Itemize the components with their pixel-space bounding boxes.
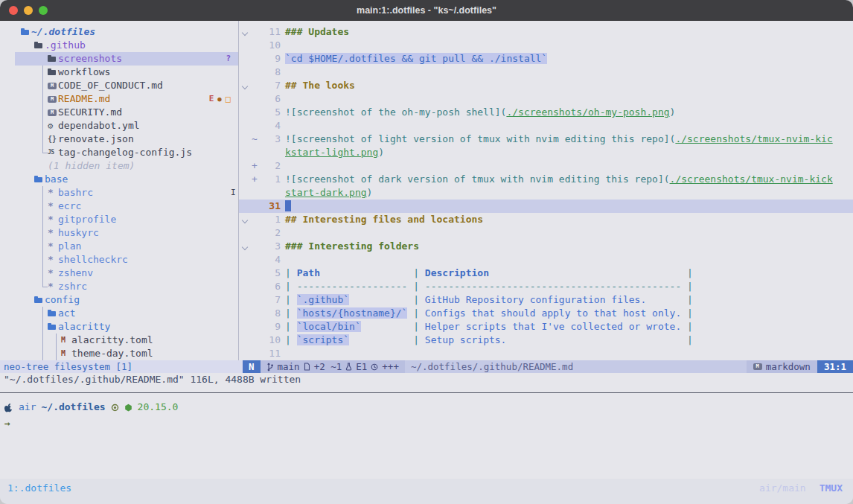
updates-indicator: +++ <box>382 360 399 373</box>
md-icon <box>48 106 58 119</box>
window-title: main:1:.dotfiles - "ks~/.dotfiles" <box>357 5 496 16</box>
cwd-label: ~/.dotfiles <box>41 399 105 415</box>
tree-item-code-of-conduct-md[interactable]: CODE_OF_CONDUCT.md <box>15 79 238 92</box>
tree-item-config[interactable]: config <box>15 293 238 307</box>
fold-column <box>239 226 252 240</box>
tree-item-dotfiles[interactable]: ~/.dotfiles <box>15 25 238 39</box>
editor-line[interactable]: 5![screenshot of the oh-my-posh shell](.… <box>239 106 853 119</box>
tree-item-zshenv[interactable]: zshenv <box>15 267 238 280</box>
traffic-lights <box>9 6 48 15</box>
gitsign-column <box>252 200 261 213</box>
editor-line[interactable]: kstart-light.png) <box>239 146 853 159</box>
gitsign-column <box>252 186 261 200</box>
fold-chevron-icon[interactable] <box>242 244 248 250</box>
tree-item-tag-changelog-config-js[interactable]: tag-changelog-config.js <box>15 146 238 159</box>
tree-item-github[interactable]: .github <box>15 39 238 52</box>
tree-item-security-md[interactable]: SECURITY.md <box>15 106 238 119</box>
editor-line[interactable]: 7## The looks <box>239 79 853 92</box>
editor-line[interactable]: ~3![screenshot of light version of tmux … <box>239 133 853 146</box>
fold-chevron-icon[interactable] <box>242 30 248 36</box>
tree-item-readme-md[interactable]: README.mdE●□ <box>15 92 238 106</box>
editor-line[interactable]: 3### Interesting folders <box>239 240 853 253</box>
editor-line[interactable]: 8 <box>239 66 853 79</box>
tmux-mode-label: TMUX <box>820 482 843 494</box>
tmux-window-label[interactable]: 1:.dotfiles <box>7 482 71 494</box>
fold-column <box>239 79 252 92</box>
tree-item-renovate-json[interactable]: renovate.json <box>15 133 238 146</box>
line-text <box>285 39 853 52</box>
line-number: 31 <box>261 200 281 213</box>
tree-item-shellcheckrc[interactable]: shellcheckrc <box>15 253 238 267</box>
editor-line[interactable]: 5| Path | Description | <box>239 267 853 280</box>
editor-line[interactable]: start-dark.png) <box>239 186 853 200</box>
tree-item-screenshots[interactable]: screenshots? <box>15 52 238 66</box>
line-number: 5 <box>261 106 281 119</box>
star-icon <box>48 280 58 293</box>
tmux-pane-border[interactable] <box>0 392 853 393</box>
tree-item-label: tag-changelog-config.js <box>58 146 192 159</box>
tree-item-label: alacritty <box>58 320 110 334</box>
editor-line-current[interactable]: 31 <box>239 200 853 213</box>
tree-item-label: ~/.dotfiles <box>31 25 95 39</box>
fold-column <box>239 240 252 253</box>
fold-column <box>239 92 252 106</box>
terminal-window: main:1:.dotfiles - "ks~/.dotfiles" ~/.do… <box>0 0 853 504</box>
line-text <box>285 226 853 240</box>
line-number: 7 <box>261 79 281 92</box>
tree-item-workflows[interactable]: workflows <box>15 66 238 79</box>
tree-item-act[interactable]: act <box>15 307 238 320</box>
editor-line[interactable]: 8| `hosts/{hostname}/` | Configs that sh… <box>239 307 853 320</box>
fold-chevron-icon[interactable] <box>242 217 248 223</box>
tree-item-dependabot-yml[interactable]: dependabot.yml <box>15 119 238 133</box>
tree-item-alacritty[interactable]: alacritty <box>15 320 238 334</box>
close-button[interactable] <box>9 6 18 15</box>
line-number: 4 <box>261 119 281 133</box>
braces-icon <box>48 133 58 146</box>
prompt-input-line[interactable]: → <box>0 415 853 432</box>
editor-line[interactable]: 9`cd $HOME/.dotfiles && git pull && ./in… <box>239 52 853 66</box>
fold-column <box>239 267 252 280</box>
tree-item-huskyrc[interactable]: huskyrc <box>15 226 238 240</box>
editor-line[interactable]: 11 <box>239 347 853 360</box>
tree-item-alacritty-toml[interactable]: alacritty.toml <box>15 334 238 347</box>
line-text <box>285 66 853 79</box>
fold-chevron-icon[interactable] <box>242 83 248 89</box>
file-path: ~/.dotfiles/.github/README.md <box>405 360 747 373</box>
editor-line[interactable]: 1## Interesting files and locations <box>239 213 853 226</box>
tmux-statusbar: 1:.dotfiles air/main TMUX <box>0 479 853 504</box>
tree-item-gitprofile[interactable]: gitprofile <box>15 213 238 226</box>
fold-column <box>239 186 252 200</box>
tree-item-bashrc[interactable]: bashrcI <box>15 186 238 200</box>
editor-line[interactable]: 9| `local/bin` | Helper scripts that I'v… <box>239 320 853 334</box>
shell-pane[interactable]: air ~/.dotfiles 20.15.0 → <box>0 399 853 432</box>
error-badge: E <box>209 92 214 106</box>
fold-column <box>239 280 252 293</box>
tree-item-plan[interactable]: plan <box>15 240 238 253</box>
branch-label: main <box>278 360 300 373</box>
editor-line[interactable]: 10 <box>239 39 853 52</box>
gitsign-column <box>252 39 261 52</box>
minimize-button[interactable] <box>24 6 33 15</box>
editor-line[interactable]: 2 <box>239 226 853 240</box>
diff-file-icon <box>304 363 310 371</box>
tree-item-base[interactable]: base <box>15 173 238 186</box>
line-text <box>285 159 853 173</box>
editor-line[interactable]: 6 <box>239 92 853 106</box>
line-number: 10 <box>261 39 281 52</box>
editor-line[interactable]: +1![screenshot of dark version of tmux w… <box>239 173 853 186</box>
tree-item-1-hidden-item[interactable]: (1 hidden item) <box>15 159 238 173</box>
line-text: ## The looks <box>285 79 853 92</box>
statusline: neo-tree filesystem [1] N main +2 ~1 E1 … <box>0 360 853 373</box>
tree-item-ecrc[interactable]: ecrc <box>15 200 238 213</box>
editor-line[interactable]: 7| `.github` | GitHub Repository configu… <box>239 293 853 307</box>
editor-line[interactable]: 10| `scripts` | Setup scripts. | <box>239 334 853 347</box>
zoom-button[interactable] <box>39 6 48 15</box>
editor-line[interactable]: 6| ------------------- | ---------------… <box>239 280 853 293</box>
editor-line[interactable]: +2 <box>239 159 853 173</box>
tree-item-zshrc[interactable]: zshrc <box>15 280 238 293</box>
editor-line[interactable]: 11### Updates <box>239 25 853 39</box>
window-titlebar[interactable]: main:1:.dotfiles - "ks~/.dotfiles" <box>0 0 853 21</box>
editor-line[interactable]: 4 <box>239 119 853 133</box>
editor-line[interactable]: 4 <box>239 253 853 267</box>
tree-item-theme-day-toml[interactable]: theme-day.toml <box>15 347 238 360</box>
